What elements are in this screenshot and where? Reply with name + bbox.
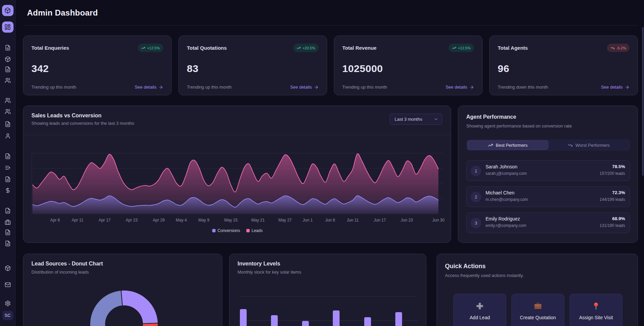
sidebar-item-file-text[interactable] [5,66,11,72]
arrow-right-icon [158,85,163,90]
legend-item-leads: Leads [246,228,263,233]
svg-text:May 4: May 4 [176,218,187,223]
agent-leads-count: 144/199 leads [600,197,625,202]
trending-up-icon [488,143,493,148]
user-avatar[interactable]: SC [2,311,13,320]
agent-leads-count: 131/190 leads [600,223,625,228]
trending-down-icon [611,46,615,50]
create-quotation-button[interactable]: Create Quotation [512,294,564,326]
agent-name: Sarah Johnson [486,164,517,169]
sidebar-item-package[interactable] [2,5,14,16]
action-label: Add Lead [454,315,506,320]
sidebar-item-file-text[interactable] [5,176,11,182]
lead-sources-subtitle: Distribution of incoming leads [31,270,89,275]
rank-badge: 1 [471,166,481,176]
inventory-title: Inventory Levels [238,261,280,267]
layout-dashboard-icon [4,24,11,30]
file-text-icon [5,66,11,72]
agent-conversion-rate: 68.9% [612,216,625,221]
dollar-sign-icon [5,187,11,193]
admin-dashboard-page: SC Admin Dashboard Total Enqueries+12.5%… [0,0,644,326]
header-divider [23,25,638,26]
users-icon [5,109,11,115]
agent-panel-subtitle: Showing agent performance based on conve… [466,123,572,129]
stat-title: Total Quotations [187,45,227,51]
sidebar-item-file-text[interactable] [5,240,11,247]
legend-label: Leads [252,228,263,233]
inventory-bar-3 [302,321,309,326]
agent-name: Michael Chen [486,190,515,195]
sidebar-item-briefcase[interactable] [5,219,11,225]
inventory-bar-4 [333,310,340,326]
sidebar: SC [0,0,16,326]
svg-text:Jun 6: Jun 6 [325,218,335,223]
assign-site-visit-button[interactable]: Assign Site Visit [570,294,622,326]
mail-icon [5,282,11,288]
tab-worst-performers[interactable]: Worst Performers [548,140,629,150]
stat-footer-text: Trending up this month [187,85,231,90]
sidebar-item-package[interactable] [5,56,11,62]
sidebar-item-file-text[interactable] [5,153,11,159]
agent-email: emily.r@company.com [486,223,526,228]
inventory-bar-5 [364,317,371,326]
file-text-icon [5,45,11,51]
sidebar-item-mail[interactable] [5,282,11,288]
agent-panel-title: Agent Performance [466,114,516,120]
agent-tabs: Best PerformersWorst Performers [466,139,630,151]
agent-row-1: 1Sarah Johnsonsarah.j@company.com78.5%15… [466,160,630,181]
inventory-bar-2 [271,315,278,326]
sidebar-item-list-plus[interactable] [5,165,11,171]
trending-up-icon [452,46,456,50]
file-chart-icon [5,208,11,214]
inventory-subtitle: Monthly stock for key solar items [238,270,301,275]
stat-title: Total Enqueries [31,45,69,51]
see-details-label: See details [601,85,623,90]
lead-sources-card: Lead Sources - Donut Chart Distribution … [23,254,222,326]
stat-card-total-quotations: Total Quotations+20.5%83Trending up this… [178,36,327,95]
trend-badge: +12.5% [449,44,474,52]
arrow-right-icon [625,85,629,90]
sidebar-item-users[interactable] [5,109,11,115]
stat-title: Total Revenue [342,45,376,51]
sidebar-item-file-text[interactable] [5,45,11,51]
agent-name: Emily Rodriguez [486,216,520,222]
file-text-icon [5,153,11,159]
see-details-link[interactable]: See details [446,85,474,90]
stat-footer-text: Trending up this month [31,85,76,90]
see-details-link[interactable]: See details [135,85,163,90]
users-icon [5,97,11,103]
sidebar-item-users[interactable] [5,77,11,84]
agent-conversion-rate: 72.3% [612,190,625,195]
stat-value: 1025000 [342,63,383,74]
rank-badge: 2 [471,192,481,202]
svg-text:Jun 17: Jun 17 [374,218,386,223]
agent-email: m.chen@company.com [486,197,528,202]
agent-row-3: 3Emily Rodriguezemily.r@company.com68.9%… [466,212,630,233]
file-text-icon [5,121,11,127]
svg-text:Jun 30: Jun 30 [432,218,444,223]
agent-performance-card: Agent Performance Showing agent performa… [458,106,638,243]
see-details-link[interactable]: See details [290,85,319,90]
page-scrollbar-thumb[interactable] [642,27,644,176]
sidebar-item-file-chart[interactable] [5,208,11,214]
see-details-label: See details [135,85,156,90]
sidebar-item-package[interactable] [5,265,11,271]
pushpin-icon [592,302,600,310]
page-title: Admin Dashboard [27,8,98,18]
sidebar-item-settings[interactable] [5,300,11,306]
trend-badge-value: +12.5% [147,46,160,50]
sidebar-item-file-text[interactable] [5,121,11,127]
see-details-link[interactable]: See details [601,85,629,90]
sidebar-item-file-text[interactable] [5,229,11,235]
sidebar-item-dollar-sign[interactable] [5,187,11,193]
trend-badge-value: +12.5% [458,46,471,50]
tab-best-performers[interactable]: Best Performers [467,140,548,150]
sidebar-item-user[interactable] [5,133,11,139]
svg-text:Jun 1: Jun 1 [303,218,313,223]
svg-text:Jun 23: Jun 23 [401,218,413,223]
svg-text:Apr 23: Apr 23 [126,218,138,223]
see-details-label: See details [290,85,312,90]
sidebar-item-layout-dashboard[interactable] [2,22,14,33]
add-lead-button[interactable]: Add Lead [453,294,506,326]
sidebar-item-users[interactable] [5,97,11,103]
